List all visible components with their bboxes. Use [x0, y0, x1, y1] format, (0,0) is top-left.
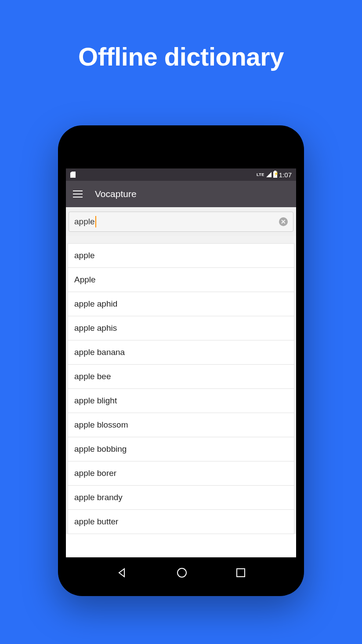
list-item[interactable]: apple borer: [68, 461, 294, 486]
sd-card-icon: [70, 172, 76, 178]
phone-frame: LTE 1:07 Vocapture apple ✕: [58, 125, 304, 596]
nav-bar: [66, 557, 296, 588]
list-item[interactable]: apple aphid: [68, 292, 294, 316]
search-value: apple: [74, 217, 95, 227]
promo-headline: Offline dictionary: [0, 0, 362, 71]
status-bar: LTE 1:07: [66, 168, 296, 181]
list-item[interactable]: apple aphis: [68, 316, 294, 340]
list-item[interactable]: apple blossom: [68, 413, 294, 437]
status-left: [70, 172, 76, 178]
list-item[interactable]: apple: [68, 243, 294, 268]
search-container: apple ✕: [66, 207, 296, 236]
list-item[interactable]: apple brandy: [68, 486, 294, 510]
status-time: 1:07: [279, 171, 292, 179]
search-box[interactable]: apple ✕: [69, 212, 293, 232]
lte-icon: LTE: [257, 172, 264, 177]
nav-recent-button[interactable]: [236, 568, 245, 577]
app-bar: Vocapture: [66, 181, 296, 207]
list-item[interactable]: apple blight: [68, 389, 294, 413]
signal-icon: [266, 172, 272, 177]
list-item[interactable]: apple butter: [68, 510, 294, 534]
clear-icon[interactable]: ✕: [279, 217, 288, 226]
phone-inner: LTE 1:07 Vocapture apple ✕: [66, 133, 296, 588]
menu-icon[interactable]: [73, 190, 83, 198]
text-caret: [95, 216, 96, 227]
battery-icon: [273, 172, 277, 178]
list-item[interactable]: apple bobbing: [68, 437, 294, 461]
list-item[interactable]: Apple: [68, 268, 294, 292]
nav-back-button[interactable]: [117, 567, 127, 578]
search-input[interactable]: apple: [74, 216, 279, 227]
app-title: Vocapture: [95, 189, 137, 199]
screen: LTE 1:07 Vocapture apple ✕: [66, 168, 296, 557]
list-item[interactable]: apple banana: [68, 340, 294, 365]
results-list: appleAppleapple aphidapple aphisapple ba…: [66, 236, 296, 534]
status-right: LTE 1:07: [257, 171, 292, 179]
list-item[interactable]: apple bee: [68, 365, 294, 389]
nav-home-button[interactable]: [177, 568, 187, 578]
